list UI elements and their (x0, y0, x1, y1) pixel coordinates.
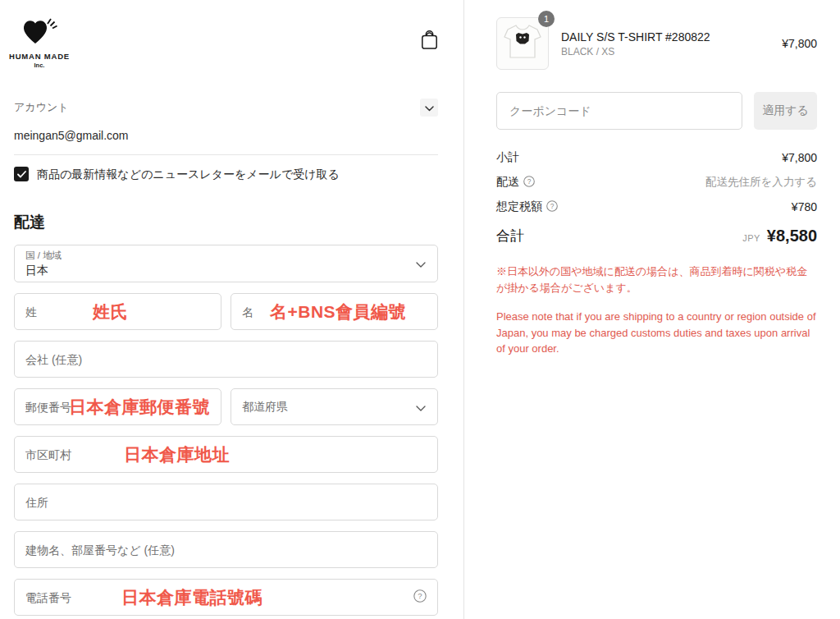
brand-name: HUMAN MADE (9, 52, 70, 61)
svg-text:?: ? (527, 177, 532, 185)
question-circle-icon: ? (523, 176, 535, 190)
product-price: ¥7,800 (782, 37, 817, 50)
company-field (14, 341, 438, 378)
tax-label: 想定税額 (496, 199, 542, 214)
phone-help-button[interactable]: ? (413, 589, 427, 605)
last-name-field: 姓氏 (14, 293, 221, 330)
address-field (14, 484, 438, 520)
subtotal-value: ¥7,800 (782, 151, 817, 164)
question-circle-icon: ? (413, 589, 427, 605)
question-circle-icon: ? (546, 200, 558, 214)
account-section: アカウント meingan5@gmail.com 商品の最新情報などのニュースレ… (14, 99, 438, 182)
apply-coupon-button[interactable]: 適用する (754, 92, 817, 130)
company-input[interactable] (25, 353, 427, 366)
coupon-section: 適用する (496, 92, 817, 130)
address-input[interactable] (25, 496, 427, 509)
divider (14, 154, 438, 155)
total-currency: JPY (742, 233, 760, 243)
building-input[interactable] (25, 543, 427, 557)
quantity-badge: 1 (538, 11, 555, 27)
tax-help-button[interactable]: ? (546, 200, 558, 214)
header: HUMAN MADE Inc. (14, 16, 438, 69)
postal-code-field: 日本倉庫郵便番號 (14, 388, 221, 425)
postal-code-input[interactable] (25, 401, 210, 414)
phone-field: 日本倉庫電話號碼 ? (14, 579, 438, 616)
svg-text:?: ? (550, 201, 555, 209)
coupon-input[interactable] (508, 103, 731, 118)
first-name-field: 名+BNS會員編號 (231, 293, 438, 330)
city-field: 日本倉庫地址 (14, 436, 438, 473)
chevron-down-icon (416, 256, 426, 271)
last-name-input[interactable] (25, 305, 210, 319)
brand-suffix: Inc. (34, 62, 45, 69)
check-icon (17, 167, 26, 181)
cart-button[interactable] (421, 30, 438, 53)
country-label: 国 / 地域 (25, 250, 62, 262)
tshirt-image (502, 23, 543, 64)
total-value: ¥8,580 (767, 227, 817, 245)
delivery-heading: 配達 (14, 212, 438, 233)
newsletter-label: 商品の最新情報などのニュースレターをメールで受け取る (37, 167, 340, 182)
product-thumbnail: 1 (496, 17, 549, 70)
first-name-input[interactable] (242, 305, 427, 319)
account-email: meingan5@gmail.com (14, 129, 438, 142)
cart-line-item: 1 DAILY S/S T-SHIRT #280822 BLACK / XS ¥… (496, 17, 817, 70)
chevron-down-icon (416, 400, 426, 415)
shopping-bag-icon (421, 40, 438, 53)
account-expand-button[interactable] (420, 99, 438, 117)
product-title: DAILY S/S T-SHIRT #280822 (561, 30, 774, 44)
prefecture-select[interactable]: 都道府県 (231, 388, 438, 425)
tax-value: ¥780 (792, 200, 817, 213)
shipping-value: 配送先住所を入力する (705, 175, 817, 190)
customs-note-jp: ※日本以外の国や地域に配送の場合は、商品到着時に関税や税金が掛かる場合がございま… (496, 264, 817, 296)
building-field (14, 531, 438, 568)
heart-logo-icon (21, 16, 58, 49)
phone-input[interactable] (25, 591, 407, 604)
coupon-field (496, 92, 742, 130)
shipping-help-button[interactable]: ? (523, 176, 535, 190)
city-input[interactable] (25, 448, 427, 461)
subtotal-label: 小計 (496, 150, 519, 165)
chevron-down-icon (425, 102, 434, 114)
product-variant: BLACK / XS (561, 46, 774, 57)
country-select[interactable]: 国 / 地域 日本 (14, 245, 438, 282)
shipping-label: 配送 (496, 175, 519, 190)
newsletter-checkbox[interactable] (14, 167, 29, 181)
brand-logo: HUMAN MADE Inc. (14, 16, 65, 69)
country-value: 日本 (25, 264, 62, 278)
svg-text:?: ? (418, 591, 422, 600)
checkout-form-panel: HUMAN MADE Inc. アカウント meingan5@gmail.com (0, 0, 464, 619)
customs-note-en: Please note that if you are shipping to … (496, 309, 817, 357)
totals-section: 小計 ¥7,800 配送 ? 配送先住所を入力する 想定税額 ? (496, 150, 817, 245)
prefecture-placeholder: 都道府県 (242, 400, 288, 415)
account-label: アカウント (14, 100, 69, 115)
order-summary-panel: 1 DAILY S/S T-SHIRT #280822 BLACK / XS ¥… (464, 0, 840, 619)
total-label: 合計 (496, 227, 524, 245)
